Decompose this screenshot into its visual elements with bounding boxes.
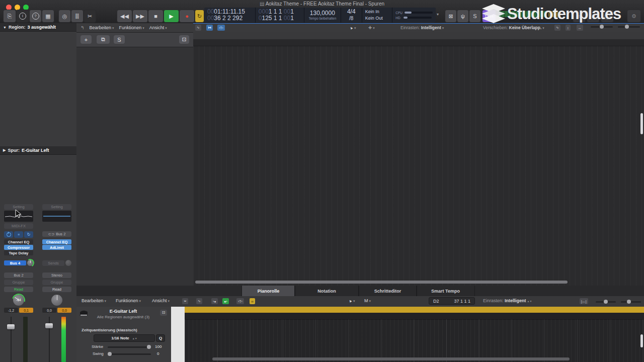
eq-thumbnail[interactable] xyxy=(42,211,71,222)
rewind-button[interactable]: ◀◀ xyxy=(117,10,132,23)
piano-keyboard-strip[interactable] xyxy=(171,307,185,362)
empty-send-slot[interactable] xyxy=(4,267,33,269)
menu-bearbeiten[interactable]: Bearbeiten▾ xyxy=(90,25,114,30)
cut-sections-button[interactable]: ✂ xyxy=(84,10,96,23)
peak-value[interactable]: 0,1 xyxy=(19,308,33,313)
master-mute-button[interactable]: ⊠ xyxy=(445,10,457,23)
snap-menu[interactable]: Einrasten: Intelligent▾ xyxy=(400,25,444,30)
quantize-apply-button[interactable]: Q xyxy=(156,334,165,342)
audio-fx-slot[interactable]: Tape Delay xyxy=(4,250,33,255)
play-button[interactable]: ▶ xyxy=(164,10,179,23)
send-level-knob[interactable] xyxy=(65,260,71,266)
midi-out-button[interactable]: ●› xyxy=(222,298,229,304)
editor-pointer-tool-menu[interactable]: ▲▾ xyxy=(348,298,355,303)
editor-v-zoom-slider[interactable] xyxy=(596,301,616,303)
tab-notation[interactable]: Notation xyxy=(294,286,359,296)
editor-horizontal-scrollbar[interactable] xyxy=(212,357,570,360)
catch-playhead-button[interactable]: ›T‹ xyxy=(217,25,225,31)
midi-in-button[interactable]: ›● xyxy=(211,298,218,304)
library-button[interactable]: ⎘ xyxy=(3,10,16,23)
editor-menu-funktionen[interactable]: Funktionen▾ xyxy=(116,298,141,303)
horizontal-scrollbar[interactable] xyxy=(195,281,568,284)
audio-fx-slot[interactable]: AdLimit xyxy=(42,245,71,250)
editor-bar-ruler[interactable] xyxy=(185,307,644,313)
automation-mode-button[interactable]: Read xyxy=(4,287,33,292)
tab-schritteditor[interactable]: Schritteditor xyxy=(358,286,417,296)
vertical-scrollbar[interactable] xyxy=(640,113,643,134)
pointer-tool-menu[interactable]: ▲▾ xyxy=(349,25,356,30)
track-solo-button[interactable]: S xyxy=(114,35,125,44)
inspector-button[interactable]: i xyxy=(16,10,29,23)
input-slot[interactable]: ⊂⊃Bus 2 xyxy=(42,231,71,237)
bar-ruler[interactable] xyxy=(193,32,644,39)
add-track-button[interactable]: + xyxy=(80,35,92,44)
output-slot[interactable]: Stereo xyxy=(42,273,71,278)
drag-menu[interactable]: Verschieben: Keine Überlapp.▾ xyxy=(483,25,544,30)
midi-fx-slot[interactable]: MIDI-FX xyxy=(4,223,33,229)
volume-value[interactable]: 0,0 xyxy=(42,308,56,313)
audio-fx-slot[interactable]: Compressor xyxy=(4,245,33,250)
plugin-power-button[interactable] xyxy=(4,231,13,238)
note-grid[interactable] xyxy=(185,319,644,362)
lcd-display[interactable]: 0001:11:11.15 0036 2 2 292 0001 1 1 001 … xyxy=(204,8,436,23)
undo-icon[interactable]: ↰ xyxy=(80,25,85,30)
arrange-content[interactable] xyxy=(193,46,644,286)
automation-mode-button[interactable]: Read xyxy=(42,287,71,292)
strength-slider[interactable] xyxy=(108,346,151,348)
solo-mode-button[interactable]: S xyxy=(469,10,481,23)
volume-value[interactable]: -1,2 xyxy=(4,308,18,313)
toolbar-button[interactable]: ▦ xyxy=(42,10,54,23)
cycle-button[interactable]: ↻ xyxy=(195,10,204,23)
volume-fader[interactable] xyxy=(11,317,12,362)
stop-button[interactable]: ■ xyxy=(148,10,164,23)
setting-button[interactable]: Setting xyxy=(42,204,71,210)
editor-inspector-toggle-button[interactable]: ⊡ xyxy=(160,310,167,316)
editor-marquee-tool-menu[interactable]: M▾ xyxy=(364,298,371,303)
region-inspector-header[interactable]: ▼ Region: 3 ausgewählt xyxy=(0,23,76,32)
automation-curve-button[interactable]: ∿ xyxy=(195,25,201,31)
menu-funktionen[interactable]: Funktionen▾ xyxy=(119,25,144,30)
smart-controls-button[interactable]: ⫿⫿ xyxy=(71,10,84,23)
menu-ansicht[interactable]: Ansicht▾ xyxy=(149,25,167,30)
editor-h-zoom-slider[interactable] xyxy=(621,301,641,303)
editor-automation-button[interactable]: ∿ xyxy=(196,298,202,304)
fader-thumb[interactable] xyxy=(7,324,15,329)
tab-pianorolle[interactable]: Pianorolle xyxy=(242,286,295,296)
fader-thumb[interactable] xyxy=(45,323,53,328)
track-inspector-header[interactable]: ▶ Spur: E-Guitar Left xyxy=(0,146,76,155)
lcd-chevron-icon[interactable]: ▾ xyxy=(437,12,439,17)
peak-value[interactable]: 0,0 xyxy=(57,308,71,313)
link-button[interactable]: ∞ xyxy=(250,298,255,304)
tuner-button[interactable]: ◎ xyxy=(58,10,71,23)
output-slot[interactable]: Bus 2 xyxy=(4,273,33,278)
pan-knob[interactable]: -64 xyxy=(13,295,24,306)
plugin-cycle-button[interactable]: ↻ xyxy=(24,231,33,238)
record-button[interactable]: ● xyxy=(179,10,195,23)
send-slot[interactable]: Bus 4 xyxy=(4,260,26,265)
piano-roll[interactable] xyxy=(185,307,644,362)
tab-smart-tempo[interactable]: Smart Tempo xyxy=(416,286,475,296)
sends-slot[interactable]: Sends xyxy=(42,260,64,266)
waveform-zoom-button[interactable]: ∿ xyxy=(554,25,560,31)
horizontal-auto-zoom-button[interactable]: ↔ xyxy=(577,25,583,31)
quick-help-button[interactable]: ? xyxy=(29,10,42,23)
collapse-mode-button[interactable]: ≍ xyxy=(182,298,188,304)
audio-fx-slot[interactable]: Channel EQ xyxy=(4,239,33,244)
horizontal-zoom-slider[interactable] xyxy=(618,26,640,28)
vertical-auto-zoom-button[interactable]: ↕ xyxy=(566,25,571,31)
editor-vertical-scrollbar[interactable] xyxy=(640,334,643,347)
send-level-knob[interactable] xyxy=(27,260,33,266)
editor-menu-bearbeiten[interactable]: Bearbeiten▾ xyxy=(82,298,106,303)
forward-button[interactable]: ▶▶ xyxy=(132,10,148,23)
tuning-fork-button[interactable]: ψ xyxy=(457,10,469,23)
quantize-value-dropdown[interactable]: 1/16 Note▲▼ xyxy=(94,334,155,342)
editor-snap-menu[interactable]: Einrasten: Intelligent▲▼ xyxy=(483,298,532,303)
plugin-list-button[interactable]: ≡ xyxy=(14,231,23,238)
editor-h-zoom-button[interactable]: |↔| xyxy=(580,298,588,304)
group-slot[interactable]: Gruppe xyxy=(4,280,33,285)
flex-button[interactable]: ⧓ xyxy=(206,25,213,31)
swing-slider[interactable] xyxy=(108,353,151,355)
group-slot[interactable]: Gruppe xyxy=(42,280,71,285)
pan-knob[interactable] xyxy=(51,295,62,306)
track-header-config-button[interactable]: ⊡ xyxy=(179,35,189,44)
